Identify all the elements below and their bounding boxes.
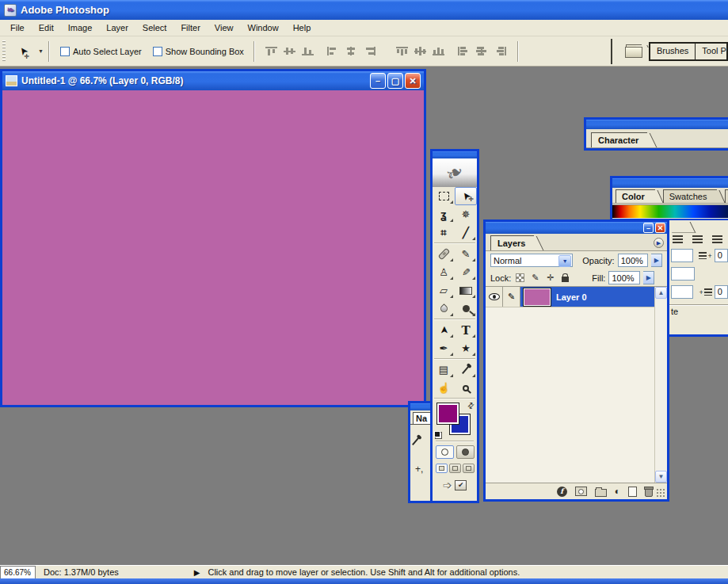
menu-filter[interactable]: Filter	[173, 21, 207, 35]
lock-pixels-icon[interactable]: ✎	[529, 273, 541, 284]
distribute-top-edges-icon[interactable]	[395, 46, 409, 56]
file-browser-icon[interactable]	[625, 44, 642, 58]
space-after-field[interactable]: 0	[715, 285, 728, 299]
indent-left-field[interactable]	[671, 249, 693, 262]
menu-image[interactable]: Image	[61, 21, 100, 35]
default-colors-icon[interactable]	[435, 432, 442, 439]
indent-right-field[interactable]: 0	[715, 249, 728, 262]
brushes-palette-tab[interactable]: Brushes	[650, 44, 696, 59]
blend-mode-select[interactable]: Normal ▼	[490, 254, 573, 267]
current-tool-badge[interactable]: ➤ ✛	[10, 41, 36, 62]
rectangular-marquee-tool[interactable]	[433, 187, 455, 205]
align-horizontal-centers-icon[interactable]	[345, 46, 358, 56]
resize-grip[interactable]	[656, 488, 665, 498]
paragraph-palette[interactable]: + 0 + 0 te	[669, 220, 728, 337]
character-titlebar[interactable]	[586, 120, 728, 129]
canvas[interactable]	[5, 93, 421, 403]
opacity-slider-button[interactable]: ▶	[651, 254, 662, 267]
layer-visibility-cell[interactable]	[486, 287, 503, 307]
layers-close-button[interactable]: ✕	[655, 223, 665, 233]
space-before-field[interactable]	[671, 285, 693, 299]
move-tool[interactable]: ➤✛	[455, 187, 477, 205]
layers-titlebar[interactable]: – ✕	[486, 222, 667, 234]
path-selection-tool[interactable]: ➤	[433, 321, 455, 339]
adjustment-layer-icon[interactable]: ◐	[615, 487, 620, 496]
minimize-button[interactable]: –	[370, 73, 386, 89]
layers-menu-button[interactable]: ▶	[654, 238, 664, 248]
document-window[interactable]: Untitled-1 @ 66.7% (Layer 0, RGB/8) – ▢ …	[0, 69, 426, 407]
healing-brush-tool[interactable]	[433, 245, 455, 263]
distribute-left-edges-icon[interactable]	[457, 46, 471, 56]
lasso-tool[interactable]: ʓ	[433, 205, 455, 223]
tool-preset-dropdown-icon[interactable]: ▼	[38, 48, 44, 54]
options-bar-grip[interactable]	[2, 40, 6, 63]
maximize-button[interactable]: ▢	[387, 73, 403, 89]
foreground-color-swatch[interactable]	[437, 403, 459, 424]
delete-layer-icon[interactable]	[645, 488, 653, 497]
menu-layer[interactable]: Layer	[99, 21, 135, 35]
notes-tool[interactable]: ▤	[433, 361, 455, 379]
distribute-vertical-centers-icon[interactable]	[414, 46, 427, 56]
distribute-horizontal-centers-icon[interactable]	[475, 46, 489, 56]
layer-thumbnail[interactable]	[524, 288, 551, 306]
blend-mode-dropdown-icon[interactable]: ▼	[558, 255, 571, 267]
distribute-bottom-edges-icon[interactable]	[432, 46, 445, 56]
toolbox[interactable]: ❧ ➤✛ ʓ ✵ ⌗ ╱ ✎ ♙ ✎ ▱ ➤ T ✒ ★ ▤ ☝	[430, 149, 479, 503]
new-layer-set-icon[interactable]	[595, 489, 607, 497]
swatches-tab[interactable]: Swatches	[663, 189, 718, 203]
layers-scrollbar[interactable]: ▲ ▼	[654, 287, 667, 483]
align-center-paragraph-icon[interactable]	[692, 235, 703, 244]
toolbox-titlebar[interactable]	[433, 151, 477, 158]
layer-name[interactable]: Layer 0	[556, 292, 587, 302]
burn-tool[interactable]	[455, 300, 477, 318]
fullscreen-mode-button[interactable]	[463, 464, 475, 473]
fullscreen-menubar-mode-button[interactable]	[449, 464, 461, 473]
menu-edit[interactable]: Edit	[32, 21, 61, 35]
color-titlebar[interactable]	[612, 178, 728, 188]
menu-view[interactable]: View	[208, 21, 241, 35]
zoom-level-field[interactable]: 66.67%	[0, 566, 36, 579]
close-button[interactable]: ✕	[405, 73, 421, 89]
align-bottom-edges-icon[interactable]	[301, 46, 314, 56]
scroll-up-icon[interactable]: ▲	[655, 287, 667, 299]
pen-tool[interactable]: ✒	[433, 339, 455, 357]
menu-select[interactable]: Select	[135, 21, 174, 35]
crop-tool[interactable]: ⌗	[433, 223, 455, 242]
clone-stamp-tool[interactable]: ♙	[433, 263, 455, 281]
color-tab[interactable]: Color	[616, 189, 655, 203]
document-titlebar[interactable]: Untitled-1 @ 66.7% (Layer 0, RGB/8) – ▢ …	[2, 71, 424, 90]
layers-tab[interactable]: Layers	[490, 235, 534, 250]
lock-position-icon[interactable]: ✛	[544, 273, 556, 284]
eyedropper-tool[interactable]	[455, 361, 477, 379]
eraser-tool[interactable]: ▱	[433, 281, 455, 300]
show-bounding-box-checkbox[interactable]	[153, 47, 162, 56]
align-left-edges-icon[interactable]	[326, 46, 340, 56]
fill-field[interactable]: 100%	[608, 271, 640, 284]
layers-minimize-button[interactable]: –	[643, 223, 654, 233]
styles-tab[interactable]: Styles	[725, 189, 728, 203]
layer-row[interactable]: ✎ Layer 0	[486, 287, 654, 307]
type-tool[interactable]: T	[455, 321, 477, 339]
align-right-edges-icon[interactable]	[363, 46, 376, 56]
align-left-paragraph-icon[interactable]	[673, 235, 683, 244]
character-palette[interactable]: Character	[584, 117, 728, 151]
quick-mask-mode-button[interactable]	[456, 445, 475, 459]
app-titlebar[interactable]: ❧ Adobe Photoshop	[0, 0, 728, 20]
toolbox-logo[interactable]: ❧	[433, 158, 477, 187]
layer-row-selected[interactable]: Layer 0	[520, 287, 654, 307]
menu-file[interactable]: File	[3, 21, 32, 35]
align-right-paragraph-icon[interactable]	[712, 235, 722, 244]
opacity-field[interactable]: 100%	[618, 254, 649, 267]
new-layer-icon[interactable]	[628, 487, 637, 497]
status-menu-arrow-icon[interactable]: ▶	[194, 568, 200, 577]
magic-wand-tool[interactable]: ✵	[455, 205, 477, 223]
first-line-indent-field[interactable]	[671, 267, 695, 281]
auto-select-layer-checkbox[interactable]	[60, 47, 70, 56]
gradient-tool[interactable]	[455, 281, 477, 300]
distribute-right-edges-icon[interactable]	[494, 46, 507, 56]
fill-slider-button[interactable]: ▶	[643, 271, 654, 284]
color-palette[interactable]: Color Swatches Styles	[610, 176, 728, 221]
history-brush-tool[interactable]: ✎	[455, 263, 477, 281]
character-tab[interactable]: Character	[591, 132, 647, 147]
lock-all-icon[interactable]	[559, 273, 571, 284]
